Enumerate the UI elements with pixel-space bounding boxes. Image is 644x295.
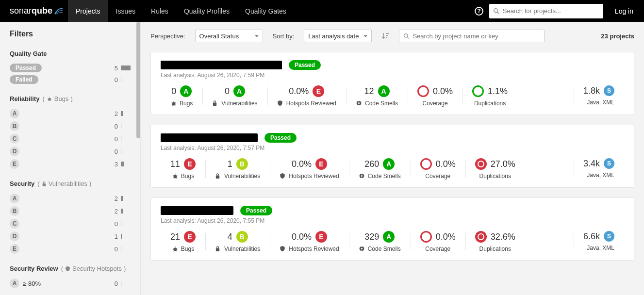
bug-icon xyxy=(170,100,177,107)
svg-point-31 xyxy=(173,175,177,178)
filter-secreview-a[interactable]: A ≥ 80% 0 xyxy=(10,277,131,290)
project-search[interactable] xyxy=(399,30,545,42)
metric-bugs[interactable]: 0ABugs xyxy=(161,85,202,107)
quality-gate-badge: Passed xyxy=(240,206,272,215)
filter-count: 0 xyxy=(108,220,118,228)
sort-direction-icon[interactable] xyxy=(381,32,389,40)
filter-reliability-d[interactable]: D0 xyxy=(10,145,131,158)
bug-icon xyxy=(172,173,179,180)
filter-bar xyxy=(121,149,131,154)
metric-vulnerabilities[interactable]: 0AVulnerabilities xyxy=(202,85,267,107)
filter-bar xyxy=(121,77,131,82)
metric-size[interactable]: 3.4kSJava, XML xyxy=(574,158,624,179)
metric-code-smells[interactable]: 12ACode Smells xyxy=(346,85,408,107)
sort-value: Last analysis date xyxy=(308,33,359,40)
logo-text-2: qube xyxy=(32,6,52,16)
logo[interactable]: sonarqube xyxy=(5,6,68,16)
bugs-label: Bugs xyxy=(181,246,194,252)
nav-projects[interactable]: Projects xyxy=(68,0,108,22)
lock-icon xyxy=(215,246,222,252)
last-analysis: Last analysis: August 26, 2020, 7:59 PM xyxy=(161,72,624,79)
filter-reliability-a[interactable]: A2 xyxy=(10,107,131,120)
global-search-input[interactable] xyxy=(503,7,599,15)
filter-security-d[interactable]: D1 xyxy=(10,230,131,243)
sort-select[interactable]: Last analysis date xyxy=(304,30,372,42)
filter-qg-passed[interactable]: Passed 5 xyxy=(10,62,131,74)
filter-security-c[interactable]: C0 xyxy=(10,217,131,230)
svg-line-8 xyxy=(48,100,49,101)
metric-code-smells[interactable]: 329ACode Smells xyxy=(349,231,411,252)
metric-bugs[interactable]: 21EBugs xyxy=(161,231,205,252)
filter-security-e[interactable]: E0 xyxy=(10,243,131,255)
projects-count: 23 projects xyxy=(601,33,634,40)
metric-vulnerabilities[interactable]: 4BVulnerabilities xyxy=(205,231,270,252)
metric-size[interactable]: 1.8kSJava, XML xyxy=(574,85,624,106)
lock-icon xyxy=(212,100,219,107)
bug-icon xyxy=(172,246,179,252)
donut-icon xyxy=(420,231,432,243)
filter-security-a[interactable]: A2 xyxy=(10,192,131,205)
filter-security-b[interactable]: B2 xyxy=(10,205,131,217)
nav-rules[interactable]: Rules xyxy=(143,0,176,22)
metric-hotspots[interactable]: 0.0%EHotspots Reviewed xyxy=(270,158,348,180)
metric-coverage[interactable]: 0.0%Coverage xyxy=(411,231,465,252)
project-card[interactable]: PassedLast analysis: August 26, 2020, 7:… xyxy=(150,52,634,115)
svg-line-4 xyxy=(48,98,49,98)
metric-hotspots[interactable]: 0.0%EHotspots Reviewed xyxy=(270,231,348,252)
help-icon[interactable]: ? xyxy=(475,7,483,16)
rating-circle: D xyxy=(10,231,19,241)
svg-rect-42 xyxy=(361,173,362,174)
security-sub: Vulnerabilities xyxy=(49,180,87,187)
nav-issues[interactable]: Issues xyxy=(108,0,143,22)
project-card[interactable]: PassedLast analysis: August 26, 2020, 7:… xyxy=(150,197,634,261)
filter-count: 2 xyxy=(108,208,118,215)
project-name-redacted[interactable] xyxy=(161,133,258,142)
metric-hotspots[interactable]: 0.0%EHotspots Reviewed xyxy=(267,85,346,107)
vuln-rating: B xyxy=(236,158,248,170)
scrollbar[interactable] xyxy=(136,22,140,138)
nav-quality-gates[interactable]: Quality Gates xyxy=(237,0,294,22)
metric-duplications[interactable]: 32.6%Duplications xyxy=(465,231,525,252)
project-search-input[interactable] xyxy=(413,33,540,40)
project-card[interactable]: PassedLast analysis: August 26, 2020, 7:… xyxy=(150,125,634,188)
svg-point-55 xyxy=(361,248,363,249)
metric-coverage[interactable]: 0.0%Coverage xyxy=(408,85,462,107)
svg-line-5 xyxy=(50,98,51,98)
login-link[interactable]: Log in xyxy=(609,7,639,15)
metric-coverage[interactable]: 0.0%Coverage xyxy=(411,158,465,180)
svg-line-34 xyxy=(176,175,177,176)
filter-qg-failed[interactable]: Failed 0 xyxy=(10,74,131,85)
main-nav: Projects Issues Rules Quality Profiles Q… xyxy=(68,0,294,22)
perspective-select[interactable]: Overall Status xyxy=(195,30,263,42)
coverage-label: Coverage xyxy=(425,246,450,252)
filter-reliability-c[interactable]: C0 xyxy=(10,132,131,145)
metric-duplications[interactable]: 1.1%Duplications xyxy=(462,85,517,107)
sort-label: Sort by: xyxy=(273,33,295,40)
metric-bugs[interactable]: 11EBugs xyxy=(161,158,205,180)
search-icon xyxy=(493,8,500,15)
size-langs: Java, XML xyxy=(587,245,614,251)
metric-duplications[interactable]: 27.0%Duplications xyxy=(465,158,525,180)
svg-rect-56 xyxy=(361,246,362,247)
size-value: 1.8k xyxy=(583,86,600,96)
metric-size[interactable]: 6.6kSJava, XML xyxy=(574,231,624,251)
radiation-icon xyxy=(359,173,365,180)
hotspots-rating: E xyxy=(315,231,327,243)
rating-circle: B xyxy=(10,121,19,131)
project-name-redacted[interactable] xyxy=(161,206,233,215)
vuln-label: Vulnerabilities xyxy=(221,100,257,107)
svg-rect-25 xyxy=(213,103,216,106)
hotspots-label: Hotspots Reviewed xyxy=(289,246,339,252)
filter-count: 2 xyxy=(108,195,118,202)
global-search[interactable] xyxy=(489,4,603,18)
filter-reliability-e[interactable]: E3 xyxy=(10,158,131,170)
metric-code-smells[interactable]: 260ACode Smells xyxy=(349,158,411,180)
main-content: Perspective: Overall Status Sort by: Las… xyxy=(141,22,644,295)
filter-count: 0 xyxy=(108,148,118,155)
filter-reliability-b[interactable]: B0 xyxy=(10,120,131,132)
bugs-value: 21 xyxy=(170,232,180,242)
filter-bar xyxy=(121,196,131,201)
nav-quality-profiles[interactable]: Quality Profiles xyxy=(176,0,237,22)
project-name-redacted[interactable] xyxy=(161,61,282,69)
metric-vulnerabilities[interactable]: 1BVulnerabilities xyxy=(205,158,270,180)
